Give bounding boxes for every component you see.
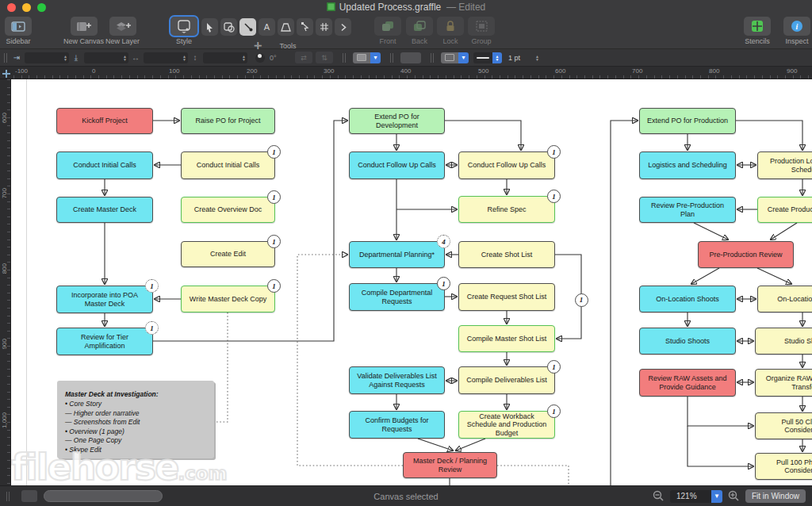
connector-line[interactable] (445, 121, 521, 150)
fit-in-window-button[interactable]: Fit in Window (745, 489, 806, 503)
count-badge[interactable]: 1 (267, 279, 281, 293)
y-position-field[interactable]: ▲▼ (84, 52, 128, 63)
create-edit[interactable]: Create Edit1 (181, 241, 275, 267)
connector-line[interactable] (736, 121, 802, 150)
zoom-in-icon[interactable] (728, 490, 740, 502)
y-stepper[interactable]: ▲▼ (123, 55, 127, 61)
incorporate-into-poa-master-deck[interactable]: Incorporate into POA Master Deck1 (56, 286, 153, 313)
flip-horizontal-button[interactable]: ⇄ (295, 52, 312, 63)
image-well[interactable] (400, 52, 421, 63)
master-deck-planning-review[interactable]: Master Deck / Planning Review (403, 452, 497, 478)
create-production-review[interactable]: Create Production Review (757, 197, 812, 223)
count-badge[interactable]: 1 (145, 321, 159, 335)
review-for-tier-amplification[interactable]: Review for Tier Amplification1 (56, 328, 153, 355)
stroke-style-stepper[interactable]: ▲▼ (492, 52, 502, 63)
zoom-out-icon[interactable] (653, 490, 665, 502)
count-badge[interactable]: 1 (267, 190, 281, 204)
flip-vertical-button[interactable]: ⇅ (316, 52, 333, 63)
extend-po-for-development[interactable]: Extend PO for Development (349, 108, 445, 134)
zoom-control[interactable]: 121% ▼ (670, 490, 722, 503)
count-badge[interactable]: 4 (437, 235, 450, 248)
grip-handle[interactable] (343, 53, 346, 63)
departmental-planning[interactable]: Departmental Planning*4 (349, 241, 445, 268)
grip-handle[interactable] (390, 53, 393, 63)
count-badge[interactable]: 1 (575, 293, 588, 307)
confirm-budgets-for-requests[interactable]: Confirm Budgets for Requests (349, 411, 445, 439)
shape-tool[interactable] (220, 18, 237, 36)
compile-departmental-requests[interactable]: Compile Departmental Requests1 (349, 283, 445, 311)
compile-master-shot-list[interactable]: Compile Master Shot List (458, 325, 555, 352)
compile-deliverables-list[interactable]: Compile Deliverables List1 (458, 366, 555, 394)
extend-po-for-production[interactable]: Extend PO for Production (639, 108, 736, 134)
on-location-shoots[interactable]: On-Location Shoots (639, 286, 736, 312)
connector-line[interactable] (611, 121, 638, 485)
stroke-color-well[interactable] (441, 52, 458, 63)
count-badge[interactable]: 1 (547, 190, 561, 203)
refine-spec[interactable]: Refine Spec1 (458, 196, 555, 223)
pre-production-review[interactable]: Pre-Production Review (698, 241, 794, 268)
width-stepper[interactable]: ▲▼ (182, 55, 186, 61)
height-field[interactable]: ▲▼ (203, 52, 247, 63)
conduct-initial-calls[interactable]: Conduct Initial Calls (56, 151, 153, 179)
connector-line[interactable] (688, 426, 753, 466)
rotation-field[interactable]: 0° (265, 52, 292, 63)
stroke-style-well[interactable] (473, 52, 492, 63)
create-request-shot-list[interactable]: Create Request Shot List (458, 283, 555, 311)
shape-library-tool[interactable] (278, 18, 294, 36)
connector-line[interactable] (771, 223, 797, 240)
studio-shoots[interactable]: Studio Shoots (639, 328, 736, 355)
bring-front-button[interactable]: Front (374, 17, 401, 45)
connector-line[interactable] (757, 268, 791, 284)
write-master-deck-copy[interactable]: Write Master Deck Copy1 (181, 286, 275, 312)
connector-line[interactable] (688, 397, 753, 426)
create-master-deck[interactable]: Create Master Deck (56, 197, 153, 223)
organize-raw-order-transfers[interactable]: Organize RAW and Order Transfers (755, 369, 812, 397)
on-location-shoots-review[interactable]: On-Location Shoots (757, 286, 812, 312)
conduct-follow-up-calls-review[interactable]: Conduct Follow Up Calls1 (458, 151, 555, 179)
count-badge[interactable]: 1 (145, 279, 159, 293)
count-badge[interactable]: 1 (547, 404, 561, 418)
inspect-button[interactable]: i Inspect (783, 17, 810, 45)
selection-tool[interactable] (201, 18, 218, 36)
pull-50-clips[interactable]: Pull 50 Clips for Consideration (755, 412, 812, 439)
sidebar-toggle[interactable]: Sidebar (5, 17, 32, 45)
count-badge[interactable]: 1 (547, 360, 561, 374)
logistics-and-scheduling[interactable]: Logistics and Scheduling (639, 151, 736, 179)
connector-line[interactable] (497, 466, 569, 485)
lock-button[interactable]: Lock (437, 17, 464, 45)
text-tool[interactable]: A (259, 18, 275, 36)
connector-line[interactable] (418, 439, 453, 450)
connector-line[interactable] (456, 439, 485, 450)
production-logistics-scheduling[interactable]: Production Logistics and Scheduling (757, 151, 812, 179)
stroke-width-stepper[interactable]: ▲▼ (535, 55, 539, 61)
pull-100-photos[interactable]: Pull 100 Photos for Consideration (755, 453, 812, 480)
count-badge[interactable]: 1 (547, 145, 561, 159)
zoom-dropdown-chevron[interactable]: ▼ (711, 490, 722, 503)
kickoff-project[interactable]: Kickoff Project (56, 108, 153, 134)
connector-line[interactable] (216, 312, 228, 422)
stencils-button[interactable]: Stencils (744, 17, 771, 45)
validate-deliverables-list[interactable]: Validate Deliverables List Against Reque… (349, 366, 445, 394)
conduct-initial-calls-review[interactable]: Conduct Initial Calls1 (181, 151, 275, 179)
stroke-width-field[interactable]: 1 pt (502, 52, 535, 63)
count-badge[interactable]: 1 (267, 235, 281, 248)
raise-po-for-project[interactable]: Raise PO for Project (181, 108, 275, 134)
review-pre-production-plan[interactable]: Review Pre-Production Plan (639, 197, 736, 223)
connector-line[interactable] (694, 223, 728, 240)
create-shot-list[interactable]: Create Shot List (458, 241, 555, 268)
grip-handle[interactable] (4, 53, 7, 63)
group-button[interactable]: Group (468, 17, 495, 45)
line-tool[interactable] (239, 18, 256, 36)
stroke-dropdown-chevron[interactable]: ▼ (458, 52, 469, 63)
count-badge[interactable]: 1 (437, 277, 450, 290)
new-layer-button[interactable]: New Layer (105, 17, 140, 45)
zoom-level-field[interactable]: 121% (670, 490, 711, 503)
connector-line[interactable] (691, 268, 719, 284)
fill-dropdown-chevron[interactable]: ▼ (370, 52, 381, 63)
review-raw-assets[interactable]: Review RAW Assets and Provide Guidance (639, 369, 736, 397)
width-field[interactable]: ▲▼ (144, 52, 188, 63)
conduct-follow-up-calls[interactable]: Conduct Follow Up Calls (349, 151, 445, 179)
point-editing-tool[interactable] (297, 18, 313, 36)
more-tools-button[interactable] (335, 18, 351, 36)
studio-shoots-review[interactable]: Studio Shoots (755, 328, 812, 355)
